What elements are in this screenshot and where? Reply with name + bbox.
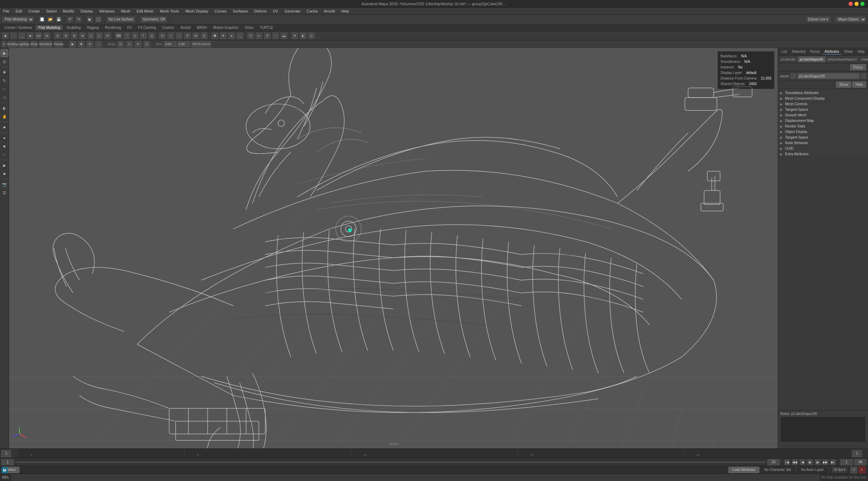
create-camera-btn[interactable]: 📷 <box>1 181 8 188</box>
next-frame-btn[interactable]: ▶ <box>815 459 821 465</box>
tab-rigging[interactable]: Rigging <box>84 25 101 30</box>
scale-tool[interactable]: ↔ <box>1 85 8 93</box>
obj-tab-polysurface[interactable]: polySurfaceShape13 <box>826 57 859 62</box>
rotate-tool-small[interactable]: ↻ <box>86 40 94 48</box>
vertex-btn[interactable]: ∙ <box>10 32 17 40</box>
menu-generate[interactable]: Generate <box>283 9 302 14</box>
menu-help[interactable]: Help <box>340 9 351 14</box>
mesh-checkbox-2[interactable] <box>861 74 866 78</box>
multi-btn[interactable]: M <box>43 32 51 40</box>
menu-edit-mesh[interactable]: Edit Mesh <box>135 9 155 14</box>
focus-button[interactable]: Focus <box>850 64 866 70</box>
viewport[interactable]: View Shading Lighting Show Renderer Pane… <box>9 48 778 448</box>
tab-sculpting[interactable]: Sculpting <box>64 25 83 30</box>
tab-focus[interactable]: Focus <box>808 49 821 54</box>
tab-custom[interactable]: Custom <box>160 25 177 30</box>
universal-tool[interactable]: ◇ <box>1 93 8 101</box>
tab-fx-caching[interactable]: FX Caching <box>135 25 159 30</box>
workspace-dropdown[interactable]: Maya Classic <box>835 16 866 23</box>
loop-btn[interactable]: L <box>95 32 103 40</box>
panels-btn[interactable]: Panels <box>54 40 64 48</box>
tab-turtle[interactable]: TURTLE <box>257 25 276 30</box>
menu-arnold[interactable]: Arnold <box>323 9 336 14</box>
tab-mash[interactable]: MASH <box>194 25 210 30</box>
show-manip-tool[interactable]: ■ <box>1 123 8 131</box>
snap-point-btn[interactable]: P <box>134 40 142 48</box>
tab-rendering[interactable]: Rendering <box>102 25 124 30</box>
lighting-btn[interactable]: Lighting <box>18 40 29 48</box>
menu-deform[interactable]: Deform <box>253 9 268 14</box>
IPR-btn[interactable]: ■ <box>1 170 8 177</box>
menu-mesh-tools[interactable]: Mesh Tools <box>158 9 180 14</box>
hide-button[interactable]: Hide <box>852 82 866 88</box>
spin-edge-btn[interactable]: ↻ <box>247 32 254 40</box>
prev-key-btn[interactable]: ◀◀ <box>792 459 798 465</box>
attr-header-mesh-component[interactable]: ▶ Mesh Component Display <box>778 96 868 101</box>
scale-input[interactable] <box>177 41 190 47</box>
quad-btn[interactable]: Q <box>148 32 156 40</box>
mode-dropdown[interactable]: Poly Modeling <box>2 16 34 23</box>
cut-btn[interactable]: C <box>87 32 95 40</box>
snap-surface-btn[interactable]: S <box>143 40 151 48</box>
reverse-btn[interactable]: ↺ <box>264 32 271 40</box>
ring-btn[interactable]: R <box>104 32 111 40</box>
next-key-btn[interactable]: ▶▶ <box>822 459 828 465</box>
target-weld-btn[interactable]: ⚉ <box>211 32 219 40</box>
undo-btn[interactable]: ↶ <box>67 16 74 23</box>
obj-tab-pcube185[interactable]: pCube185 <box>779 57 798 62</box>
menu-mesh[interactable]: Mesh <box>119 9 132 14</box>
obj-tab-pcubeshape185[interactable]: pCubeShape185 <box>798 57 826 62</box>
cmd-input[interactable] <box>11 474 819 481</box>
menu-surfaces[interactable]: Surfaces <box>232 9 249 14</box>
tab-motion-graphics[interactable]: Motion Graphics <box>210 25 241 30</box>
save-file-btn[interactable]: 💾 <box>55 16 62 23</box>
boolean-btn[interactable]: ⊙ <box>308 32 315 40</box>
current-frame-input[interactable] <box>1 450 11 457</box>
frame-counter-right-input[interactable] <box>852 450 862 457</box>
attr-header-tangent-space-2[interactable]: ▶ Tangent Space <box>778 135 868 140</box>
notes-textarea[interactable] <box>780 416 866 442</box>
tab-attributes[interactable]: Attributes <box>823 49 841 55</box>
range-start-input[interactable] <box>1 459 14 465</box>
go-end-btn[interactable]: ▶| <box>830 459 836 465</box>
poke-btn[interactable]: P <box>184 32 191 40</box>
select-mode-btn[interactable]: ◆ <box>1 32 9 40</box>
select-tool-btn[interactable]: ▶ <box>86 16 93 23</box>
bevel-btn[interactable]: B <box>70 32 78 40</box>
smooth-btn[interactable]: S <box>131 32 139 40</box>
reduce-btn[interactable]: ▼ <box>291 32 299 40</box>
shading-btn[interactable]: Shading <box>7 40 17 48</box>
new-file-btn[interactable]: 📄 <box>39 16 45 23</box>
split-btn[interactable]: ⎯ <box>236 32 244 40</box>
attr-header-displacement-map[interactable]: ▶ Displacement Map <box>778 118 868 123</box>
duplicate-face-btn[interactable]: D <box>200 32 208 40</box>
range-slider[interactable] <box>15 461 766 463</box>
collapse-btn[interactable]: ▼ <box>219 32 227 40</box>
soft-select-tool[interactable]: ◐ <box>1 104 8 112</box>
tab-curves-surfaces[interactable]: Curves / Surfaces <box>2 25 35 30</box>
anim-end-input[interactable] <box>854 459 867 465</box>
menu-create[interactable]: Create <box>27 9 41 14</box>
sculpt-tool[interactable]: ✌ <box>1 113 8 120</box>
camera-settings-btn[interactable]: SBGR params <box>191 40 212 48</box>
attr-header-uuid[interactable]: ▶ UUID <box>778 146 868 151</box>
attr-header-render-stats[interactable]: ▶ Render Stats <box>778 124 868 129</box>
append-btn[interactable]: + <box>167 32 175 40</box>
combine-btn[interactable]: ⌨ <box>115 32 122 40</box>
size-input[interactable] <box>164 41 176 47</box>
scale-tool-small[interactable]: ↔ <box>95 40 102 48</box>
triangulate-btn[interactable]: T <box>140 32 147 40</box>
maximize-button[interactable] <box>860 2 865 6</box>
separate-btn[interactable]: 〈 <box>123 32 131 40</box>
menu-select[interactable]: Select <box>45 9 58 14</box>
snap-curve-btn[interactable]: C <box>126 40 133 48</box>
edge-btn[interactable]: ⎯ <box>18 32 26 40</box>
tab-xgen[interactable]: XGen <box>242 25 257 30</box>
attr-header-node-behavior[interactable]: ▶ Node Behavior <box>778 140 868 146</box>
bridge-btn[interactable]: B <box>62 32 70 40</box>
menu-modify[interactable]: Modify <box>61 9 75 14</box>
menu-windows[interactable]: Windows <box>98 9 116 14</box>
flip-btn[interactable]: ↼ <box>255 32 263 40</box>
show-btn[interactable]: Show <box>30 40 38 48</box>
range-end-input[interactable] <box>767 459 780 465</box>
